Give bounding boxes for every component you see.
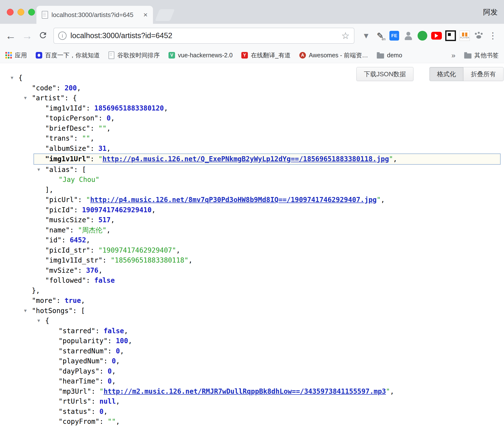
json-token: ,: [381, 196, 385, 204]
collapse-caret-icon[interactable]: ▼: [24, 96, 27, 100]
qr-code-icon[interactable]: [445, 30, 456, 42]
overflow-menu-icon[interactable]: ⋮: [487, 31, 499, 40]
json-token: ,: [81, 297, 85, 305]
url-text[interactable]: localhost:3000/artists?id=6452: [70, 31, 337, 40]
json-line: "Jay Chou": [0, 175, 504, 185]
window-close-button[interactable]: [7, 9, 14, 16]
json-token: "": [82, 134, 90, 142]
green-bear-extension-icon[interactable]: [417, 30, 428, 42]
address-bar[interactable]: i localhost:3000/artists?id=6452 ☆: [53, 28, 354, 44]
bookmark-vue-hackernews[interactable]: V vue-hackernews-2.0: [168, 52, 233, 59]
paw-extension-icon[interactable]: [473, 30, 485, 42]
json-token: "Jay Chou": [59, 176, 100, 184]
window-zoom-button[interactable]: [28, 9, 35, 16]
json-token: ,: [128, 337, 132, 345]
youtube-icon[interactable]: [431, 30, 442, 42]
json-line: "mvSize": 376,: [0, 265, 504, 276]
json-line: ▼"alias": [: [0, 165, 504, 175]
json-link[interactable]: http://p4.music.126.net/Q_ExePNkmgB2yWyL…: [102, 155, 389, 163]
json-token: ,: [112, 377, 116, 385]
chrome-profile-name[interactable]: 阿发: [483, 7, 498, 17]
bookmark-awesomes[interactable]: A Awesomes - 前端资…: [299, 51, 368, 59]
json-token: [: [82, 166, 86, 174]
json-token: ],: [45, 186, 53, 194]
json-token: ,: [116, 357, 120, 365]
collapse-caret-icon[interactable]: ▼: [11, 76, 13, 80]
json-token: ,: [107, 226, 111, 234]
json-token: :: [100, 417, 108, 426]
fe-extension-icon[interactable]: FE: [388, 30, 400, 42]
reload-button[interactable]: [38, 31, 48, 41]
other-bookmarks-folder[interactable]: 其他书签: [464, 51, 499, 59]
bookmark-apps[interactable]: 应用: [5, 51, 27, 59]
page-content: 下载JSON数据 格式化 折叠所有 ▼{"code": 200,▼"artist…: [0, 63, 504, 426]
json-token: ,: [393, 155, 397, 163]
json-token: :: [78, 266, 86, 274]
json-token: ,: [98, 266, 102, 274]
json-token: [: [81, 307, 85, 315]
json-token: "picId_str": [45, 246, 90, 254]
json-line: ▼"artist": {: [0, 93, 504, 103]
json-token: ,: [176, 246, 180, 254]
json-token: "albumSize": [45, 145, 90, 153]
bookmark-baidu[interactable]: 百度一下，你就知道: [36, 51, 100, 59]
json-token: 0: [112, 357, 116, 365]
json-token: "": [108, 417, 116, 426]
json-token: "starred": [59, 327, 95, 335]
json-line: "starred": false,: [0, 326, 504, 336]
json-token: :: [61, 236, 70, 244]
folder-icon: [377, 53, 384, 59]
json-token: false: [94, 276, 115, 284]
json-token: ,: [86, 236, 90, 244]
json-token: ,: [112, 367, 116, 375]
window-minimize-button[interactable]: [17, 9, 24, 16]
json-token: :: [98, 114, 107, 122]
baidu-icon: [36, 52, 42, 59]
extension-icons: ▼ ✎en FE PLAYER ⋮: [360, 30, 499, 42]
bookmark-demo-folder[interactable]: demo: [377, 52, 402, 59]
json-line: ],: [0, 185, 504, 195]
json-token: "mp3Url": [59, 387, 91, 395]
json-token: :: [65, 94, 73, 102]
json-token: :: [100, 367, 108, 375]
json-token: :: [56, 84, 65, 92]
json-token: :: [108, 347, 116, 355]
bookmark-youdao-translate[interactable]: Y 在线翻译_有道: [241, 51, 291, 59]
json-token: :: [90, 246, 98, 254]
json-line: "albumSize": 31,: [0, 144, 504, 154]
json-token: 18569651883380120: [94, 104, 164, 112]
player-extension-icon[interactable]: PLAYER: [459, 30, 470, 42]
json-token: "img1v1Url": [45, 155, 90, 163]
page-info-icon[interactable]: i: [58, 32, 67, 40]
v-extension-icon[interactable]: ▼: [360, 30, 372, 42]
collapse-caret-icon[interactable]: ▼: [24, 308, 27, 313]
json-token: :: [103, 357, 112, 365]
active-tab[interactable]: localhost:3000/artists?id=645 ×: [36, 6, 153, 24]
json-token: "more": [32, 297, 56, 305]
json-link[interactable]: http://p4.music.126.net/8mv7qP30Pd3oHW8b…: [90, 196, 377, 204]
json-token: ,: [111, 216, 115, 224]
bookmarks-overflow-chevron[interactable]: »: [451, 51, 455, 60]
bookmark-star-icon[interactable]: ☆: [341, 31, 350, 40]
json-line: "briefDesc": "",: [0, 123, 504, 134]
json-token: 0: [107, 114, 111, 122]
new-tab-button[interactable]: [155, 9, 175, 21]
json-token: :: [90, 124, 98, 132]
tab-close-icon[interactable]: ×: [143, 11, 148, 18]
collapse-caret-icon[interactable]: ▼: [37, 318, 40, 323]
tab-title: localhost:3000/artists?id=645: [51, 11, 140, 19]
profile-person-icon[interactable]: [403, 30, 414, 42]
bookmark-google-sort[interactable]: 谷歌按时间排序: [109, 51, 160, 59]
back-button[interactable]: ←: [5, 30, 16, 41]
json-token: :: [78, 196, 86, 204]
json-token: "artist": [32, 94, 65, 102]
json-link[interactable]: http://m2.music.126.net/RMJR7wDullRqppBk…: [103, 387, 386, 395]
json-token: "img1v1Id": [45, 104, 86, 112]
json-token: "popularity": [59, 337, 108, 345]
translate-pen-icon[interactable]: ✎en: [374, 30, 386, 42]
json-line: "picId_str": "19097417462929407",: [0, 245, 504, 256]
json-token: 6452: [70, 236, 86, 244]
collapse-caret-icon[interactable]: ▼: [37, 167, 40, 172]
json-token: :: [91, 397, 100, 405]
page-favicon-icon: [42, 11, 48, 19]
